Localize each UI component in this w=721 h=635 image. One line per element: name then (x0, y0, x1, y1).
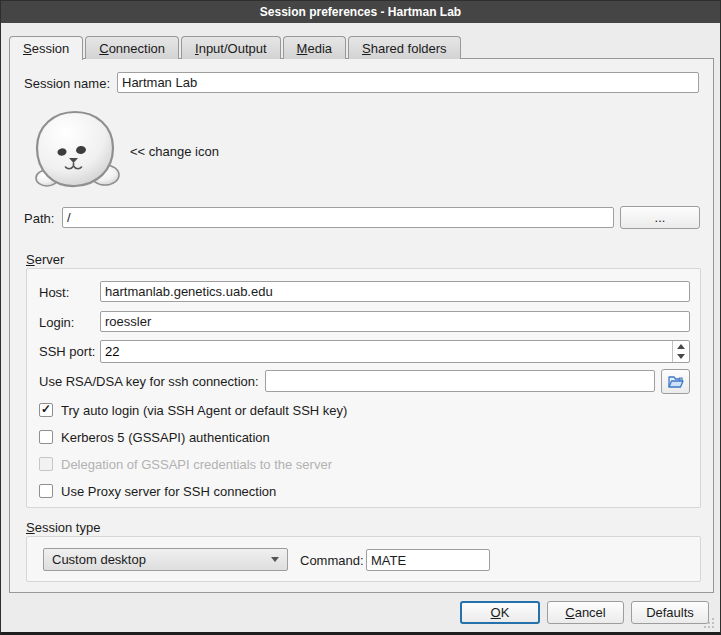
session-type-group-label: Session type (26, 520, 100, 535)
tab-pane-session: Session name: << ch (9, 58, 714, 593)
checkbox-kerberos-label: Kerberos 5 (GSSAPI) authentication (61, 430, 270, 445)
spin-down-button[interactable] (673, 352, 689, 363)
tab-session[interactable]: Session (9, 36, 83, 60)
checkbox-auto-login-label: Try auto login (via SSH Agent or default… (61, 403, 347, 418)
tab-shared-folders-label: Shared folders (362, 41, 447, 56)
path-browse-button[interactable]: ... (620, 206, 700, 229)
session-type-dropdown-value: Custom desktop (52, 552, 271, 567)
checkbox-auto-login-box: ✓ (39, 403, 53, 417)
tab-input-output[interactable]: Input/Output (181, 36, 281, 59)
command-input[interactable] (366, 549, 490, 571)
login-label: Login: (39, 315, 74, 330)
checkbox-gssapi-delegation-box (39, 457, 53, 471)
ssh-port-input[interactable] (101, 341, 672, 362)
checkbox-proxy[interactable]: Use Proxy server for SSH connection (39, 483, 276, 499)
session-type-dropdown[interactable]: Custom desktop (43, 548, 288, 571)
ok-button[interactable]: OK (460, 601, 540, 624)
ssh-port-spin-buttons (672, 341, 689, 362)
checkbox-gssapi-delegation: Delegation of GSSAPI credentials to the … (39, 456, 332, 472)
checkbox-kerberos[interactable]: Kerberos 5 (GSSAPI) authentication (39, 429, 270, 445)
tab-media-label: Media (297, 41, 332, 56)
command-label: Command: (300, 553, 364, 568)
checkbox-kerberos-box (39, 430, 53, 444)
check-icon: ✓ (41, 403, 51, 415)
checkbox-gssapi-delegation-label: Delegation of GSSAPI credentials to the … (61, 457, 332, 472)
tab-connection-label: Connection (99, 41, 165, 56)
login-input[interactable] (100, 311, 690, 332)
folder-open-icon (667, 374, 685, 390)
window-title: Session preferences - Hartman Lab (260, 5, 461, 19)
spin-up-button[interactable] (673, 341, 689, 352)
session-name-label: Session name: (24, 76, 110, 91)
tab-shared-folders[interactable]: Shared folders (348, 36, 461, 59)
defaults-button[interactable]: Defaults (631, 601, 709, 624)
session-type-groupbox: Custom desktop Command: (26, 536, 701, 582)
titlebar[interactable]: Session preferences - Hartman Lab (1, 1, 720, 23)
host-input[interactable] (100, 281, 690, 302)
tab-media[interactable]: Media (283, 36, 346, 59)
session-preferences-dialog: Session preferences - Hartman Lab Sessio… (0, 0, 721, 635)
path-input[interactable] (62, 207, 614, 228)
dropdown-arrow-icon (271, 557, 279, 562)
checkbox-auto-login[interactable]: ✓ Try auto login (via SSH Agent or defau… (39, 402, 347, 418)
ssh-port-label: SSH port: (39, 344, 95, 359)
server-groupbox: Host: Login: SSH port: Use RSA/DSA key f… (26, 268, 701, 508)
tab-session-label: Session (23, 41, 69, 56)
rsa-key-label: Use RSA/DSA key for ssh connection: (39, 374, 259, 389)
server-group-label: Server (26, 252, 64, 267)
tab-connection[interactable]: Connection (85, 36, 179, 59)
tab-bar: Session Connection Input/Output Media Sh… (9, 36, 463, 60)
checkbox-proxy-label: Use Proxy server for SSH connection (61, 484, 276, 499)
spin-down-icon (677, 354, 685, 359)
path-label: Path: (24, 211, 54, 226)
resize-grip[interactable] (702, 616, 716, 630)
rsa-key-input[interactable] (265, 370, 655, 392)
session-icon[interactable] (29, 109, 122, 191)
ssh-port-spinbox[interactable] (100, 340, 690, 363)
seal-mascot-icon (29, 109, 122, 191)
host-label: Host: (39, 285, 69, 300)
rsa-key-browse-button[interactable] (661, 369, 690, 394)
spin-up-icon (677, 344, 685, 349)
session-name-input[interactable] (117, 72, 699, 93)
tab-input-output-label: Input/Output (195, 41, 267, 56)
change-icon-label[interactable]: << change icon (130, 144, 219, 159)
cancel-button[interactable]: Cancel (547, 601, 624, 624)
checkbox-proxy-box (39, 484, 53, 498)
